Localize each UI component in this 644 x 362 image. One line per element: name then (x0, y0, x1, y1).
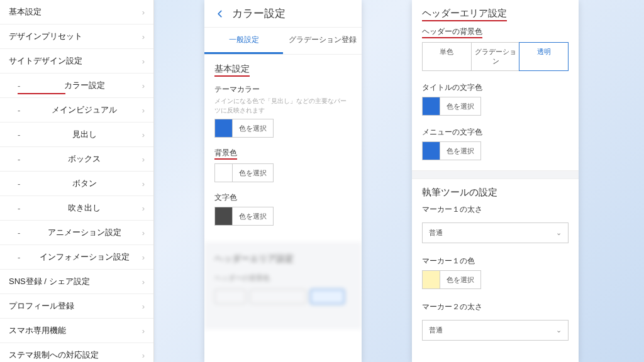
sidebar-item-basic[interactable]: 基本設定› (0, 0, 153, 25)
marker1-color-label: マーカー１の色 (412, 253, 579, 270)
sidebar-item-preset[interactable]: デザインプリセット› (0, 25, 153, 49)
menu-swatch (423, 142, 440, 160)
chevron-right-icon: › (142, 8, 145, 17)
header-bg-label: ヘッダーの背景色 (422, 26, 482, 38)
text-label: 文字色 (214, 192, 352, 203)
chevron-right-icon: › (142, 204, 145, 213)
bg-swatch (215, 164, 233, 182)
text-swatch (215, 207, 233, 225)
sidebar-item-animation[interactable]: アニメーション設定› (0, 221, 153, 245)
sidebar-item-label: ステマ規制への対応設定 (9, 349, 99, 361)
blur-sub: ヘッダーの背景色 (214, 273, 352, 283)
select-color-button[interactable]: 色を選択 (233, 207, 273, 225)
sidebar-item-label: インフォメーション設定 (40, 251, 130, 263)
select-color-button[interactable]: 色を選択 (233, 164, 273, 182)
basic-heading: 基本設定 (214, 63, 250, 77)
select-value: 普通 (429, 326, 443, 335)
chevron-right-icon: › (142, 302, 145, 311)
blurred-section: ヘッダーエリア設定 ヘッダーの背景色 (204, 242, 362, 329)
seg-transparent[interactable]: 透明 (519, 42, 569, 71)
sidebar-item-sns[interactable]: SNS登録 / シェア設定› (0, 270, 153, 294)
theme-swatch (215, 119, 233, 137)
select-color-button[interactable]: 色を選択 (440, 142, 480, 160)
sidebar-item-profile[interactable]: プロフィール登録› (0, 294, 153, 319)
select-value: 普通 (429, 228, 443, 238)
theme-desc: メインになる色で「見出し」などの主要なパーツに反映されます (214, 96, 352, 115)
sidebar-item-box[interactable]: ボックス› (0, 147, 153, 172)
chevron-right-icon: › (142, 253, 145, 262)
chevron-right-icon: › (142, 81, 145, 90)
sidebar-item-button[interactable]: ボタン› (0, 172, 153, 196)
chevron-right-icon: › (142, 326, 145, 336)
seg-gradient[interactable]: グラデーション (471, 43, 520, 70)
sidebar-item-label: 吹き出し (68, 202, 101, 214)
bg-label: 背景色 (214, 148, 237, 160)
sidebar-item-label: デザインプリセット (9, 31, 82, 42)
chevron-right-icon: › (142, 155, 145, 164)
sidebar-item-mobile[interactable]: スマホ専用機能› (0, 319, 153, 343)
marker1-color-picker[interactable]: 色を選択 (422, 270, 481, 289)
select-color-button[interactable]: 色を選択 (440, 97, 480, 115)
chevron-right-icon: › (142, 130, 145, 140)
sidebar-item-stealth[interactable]: ステマ規制への対応設定› (0, 343, 153, 362)
marker2-width-select[interactable]: 普通 ⌄ (422, 320, 569, 341)
menu-color-picker[interactable]: 色を選択 (422, 141, 481, 160)
chevron-left-icon (216, 9, 225, 18)
color-tabs: 一般設定 グラデーション登録 (204, 28, 362, 55)
sidebar-item-label: 見出し (72, 129, 97, 140)
title-swatch (423, 97, 440, 115)
chevron-right-icon: › (142, 57, 145, 66)
sidebar-item-label: 基本設定 (9, 6, 42, 18)
sidebar-item-label: カラー設定 (64, 80, 105, 91)
select-color-button[interactable]: 色を選択 (440, 271, 480, 288)
text-color-picker[interactable]: 色を選択 (214, 207, 274, 226)
chevron-right-icon: › (142, 106, 145, 115)
settings-sidebar: 基本設定› デザインプリセット› サイトデザイン設定› カラー設定› メインビジ… (0, 0, 154, 362)
panel-title: カラー設定 (232, 6, 286, 21)
sidebar-item-label: アニメーション設定 (48, 227, 121, 238)
sidebar-item-color[interactable]: カラー設定› (0, 74, 153, 98)
chevron-right-icon: › (142, 228, 145, 238)
theme-color-field: テーマカラー メインになる色で「見出し」などの主要なパーツに反映されます 色を選… (204, 80, 362, 144)
chevron-down-icon: ⌄ (556, 229, 562, 237)
bg-color-picker[interactable]: 色を選択 (214, 163, 274, 182)
panel-divider (412, 170, 579, 179)
chevron-right-icon: › (142, 179, 145, 189)
bg-color-field: 背景色 色を選択 (204, 144, 362, 189)
chevron-right-icon: › (142, 32, 145, 41)
sidebar-item-balloon[interactable]: 吹き出し› (0, 196, 153, 221)
sidebar-item-label: スマホ専用機能 (9, 325, 66, 336)
header-bg-mode: 単色 グラデーション 透明 (422, 42, 569, 71)
header-area-heading: ヘッダーエリア設定 (422, 8, 507, 21)
chevron-right-icon: › (142, 277, 145, 287)
seg-solid[interactable]: 単色 (423, 43, 471, 70)
sidebar-item-label: プロフィール登録 (9, 300, 74, 312)
theme-label: テーマカラー (214, 84, 352, 95)
title-color-picker[interactable]: 色を選択 (422, 97, 481, 116)
sidebar-item-sitedesign[interactable]: サイトデザイン設定› (0, 49, 153, 74)
marker1-width-label: マーカー１の太さ (412, 202, 579, 219)
tab-gradient[interactable]: グラデーション登録 (283, 28, 362, 54)
sidebar-item-information[interactable]: インフォメーション設定› (0, 245, 153, 270)
back-button[interactable] (213, 7, 227, 21)
header-area-panel: ヘッダーエリア設定 ヘッダーの背景色 単色 グラデーション 透明 タイトルの文字… (412, 0, 579, 362)
tab-general[interactable]: 一般設定 (204, 28, 283, 54)
sidebar-item-label: ボタン (72, 178, 97, 189)
sidebar-item-label: メインビジュアル (52, 104, 117, 116)
sidebar-item-mainvisual[interactable]: メインビジュアル› (0, 98, 153, 123)
chevron-right-icon: › (142, 351, 145, 360)
sidebar-item-label: サイトデザイン設定 (9, 55, 82, 67)
sidebar-item-label: ボックス (68, 153, 101, 165)
marker1-width-select[interactable]: 普通 ⌄ (422, 222, 569, 243)
theme-color-picker[interactable]: 色を選択 (214, 119, 274, 138)
sidebar-item-heading[interactable]: 見出し› (0, 123, 153, 147)
marker1-swatch (423, 271, 440, 288)
sidebar-item-label: SNS登録 / シェア設定 (9, 276, 90, 287)
menu-color-label: メニューの文字色 (412, 124, 579, 141)
writing-tool-heading: 執筆ツールの設定 (422, 187, 497, 199)
title-color-label: タイトルの文字色 (412, 80, 579, 97)
marker2-width-label: マーカー２の太さ (412, 299, 579, 316)
blur-heading: ヘッダーエリア設定 (214, 253, 352, 265)
color-settings-panel: カラー設定 一般設定 グラデーション登録 基本設定 テーマカラー メインになる色… (204, 0, 362, 362)
select-color-button[interactable]: 色を選択 (233, 119, 273, 137)
